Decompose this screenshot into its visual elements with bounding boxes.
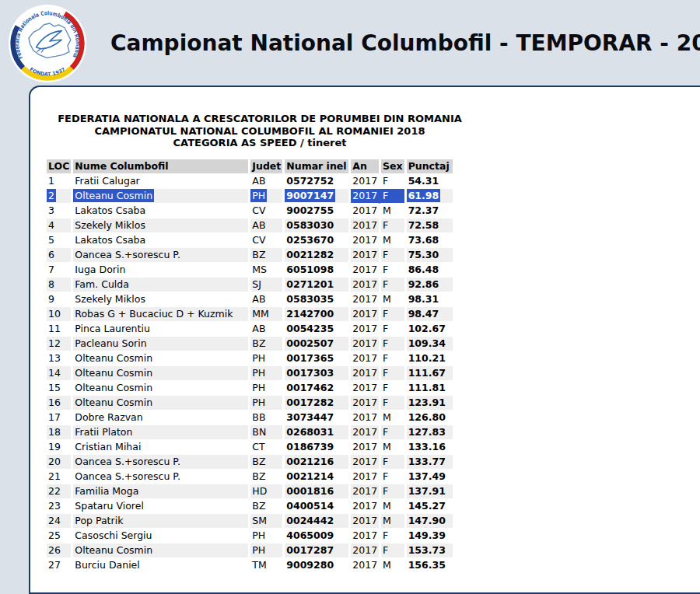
content-panel: FEDERATIA NATIONALA A CRESCATORILOR DE P…	[29, 86, 700, 594]
cell-punctaj: 109.34	[404, 337, 453, 351]
cell-an: 2017	[348, 381, 379, 396]
cell-loc: 15	[47, 381, 71, 396]
cell-name: Olteanu Cosmin	[71, 381, 248, 396]
cell-inel: 0017303	[282, 366, 348, 381]
cell-name: Lakatos Csaba	[71, 233, 248, 248]
cell-inel: 9009280	[282, 558, 348, 573]
cell-an: 2017	[348, 204, 379, 218]
cell-sex: F	[379, 425, 404, 440]
cell-sex: F	[379, 218, 404, 233]
cell-punctaj: 137.49	[404, 470, 453, 484]
cell-name: Fam. Culda	[71, 278, 248, 292]
table-row: 13Olteanu CosminPH00173652017F110.21	[47, 351, 453, 366]
col-header-an: An	[348, 159, 379, 174]
cell-an: 2017	[348, 248, 379, 263]
cell-loc: 27	[47, 558, 71, 573]
cell-loc: 16	[47, 396, 71, 411]
cell-name: Familia Moga	[71, 484, 248, 499]
cell-name: Pinca Laurentiu	[71, 322, 248, 337]
cell-inel: 0002507	[282, 337, 348, 351]
cell-loc: 11	[47, 322, 71, 337]
cell-loc: 13	[47, 351, 71, 366]
selection-highlight: 2	[47, 189, 56, 202]
table-row: 2Olteanu CosminPH90071472017F61.98	[47, 189, 453, 204]
cell-name: Lakatos Csaba	[71, 204, 248, 218]
cell-inel: 0021216	[282, 455, 348, 470]
cell-an: 2017	[348, 233, 379, 248]
cell-an: 2017	[348, 322, 379, 337]
cell-name: Robas G + Bucaciuc D + Kuzmik	[71, 307, 248, 322]
cell-name: Pacleanu Sorin	[71, 337, 248, 351]
results-table: LOC Nume Columbofil Judet Numar inel An …	[47, 159, 453, 573]
cell-judet: BZ	[248, 455, 282, 470]
cell-an: 2017	[348, 558, 379, 573]
cell-an: 2017	[348, 470, 379, 484]
cell-punctaj: 111.81	[404, 381, 453, 396]
table-row: 23Spataru ViorelBZ04005142017M145.27	[47, 499, 453, 514]
cell-punctaj: 110.21	[404, 351, 453, 366]
col-header-judet: Judet	[248, 159, 282, 174]
cell-an: 2017	[348, 529, 379, 543]
cell-loc: 20	[47, 455, 71, 470]
cell-an: 2017	[348, 337, 379, 351]
table-row: 8Fam. CuldaSJ02712012017F92.86	[47, 278, 453, 292]
cell-name: Cristian Mihai	[71, 440, 248, 455]
cell-judet: BN	[248, 425, 282, 440]
cell-judet: CT	[248, 440, 282, 455]
cell-judet: PH	[248, 351, 282, 366]
cell-an: 2017	[348, 484, 379, 499]
cell-judet: HD	[248, 484, 282, 499]
cell-judet: CV	[248, 233, 282, 248]
cell-judet: AB	[248, 174, 282, 189]
cell-inel: 0572752	[282, 174, 348, 189]
heading-championship: CAMPIONATUL NATIONAL COLUMBOFIL AL ROMAN…	[47, 125, 473, 138]
cell-judet: PH	[248, 396, 282, 411]
cell-name: Dobre Razvan	[71, 411, 248, 425]
cell-sex: M	[379, 440, 404, 455]
cell-inel: 9007147	[282, 189, 348, 204]
table-row: 10Robas G + Bucaciuc D + KuzmikMM2142700…	[47, 307, 453, 322]
cell-punctaj: 73.68	[404, 233, 453, 248]
cell-inel: 3073447	[282, 411, 348, 425]
table-row: 22Familia MogaHD00018162017F137.91	[47, 484, 453, 499]
cell-sex: M	[379, 204, 404, 218]
table-row: 25Casoschi SergiuPH40650092017F149.39	[47, 529, 453, 543]
table-row: 16Olteanu CosminPH00172822017F123.91	[47, 396, 453, 411]
header-row: LOC Nume Columbofil Judet Numar inel An …	[47, 159, 453, 174]
cell-judet: TM	[248, 558, 282, 573]
cell-an: 2017	[348, 440, 379, 455]
cell-judet: BB	[248, 411, 282, 425]
cell-sex: F	[379, 543, 404, 558]
federation-logo-icon: Federatia Nationala Columbofila din Roma…	[6, 2, 89, 85]
cell-an: 2017	[348, 455, 379, 470]
col-header-sex: Sex	[379, 159, 404, 174]
cell-sex: F	[379, 189, 404, 204]
cell-inel: 0017282	[282, 396, 348, 411]
table-row: 6Oancea S.+sorescu P.BZ00212822017F75.30	[47, 248, 453, 263]
cell-an: 2017	[348, 263, 379, 278]
cell-loc: 18	[47, 425, 71, 440]
cell-punctaj: 153.73	[404, 543, 453, 558]
selection-highlight: Olteanu Cosmin	[73, 189, 154, 202]
cell-judet: PH	[248, 366, 282, 381]
cell-loc: 7	[47, 263, 71, 278]
cell-inel: 0253670	[282, 233, 348, 248]
cell-an: 2017	[348, 278, 379, 292]
cell-punctaj: 102.67	[404, 322, 453, 337]
cell-inel: 0024442	[282, 514, 348, 529]
site-header: Federatia Nationala Columbofila din Roma…	[0, 0, 700, 86]
cell-punctaj: 126.80	[404, 411, 453, 425]
cell-sex: F	[379, 455, 404, 470]
cell-judet: MM	[248, 307, 282, 322]
cell-punctaj: 98.31	[404, 292, 453, 307]
cell-loc: 22	[47, 484, 71, 499]
cell-punctaj: 133.77	[404, 455, 453, 470]
cell-judet: PH	[248, 543, 282, 558]
cell-loc: 1	[47, 174, 71, 189]
cell-sex: F	[379, 381, 404, 396]
cell-inel: 0583030	[282, 218, 348, 233]
table-row: 17Dobre RazvanBB30734472017M126.80	[47, 411, 453, 425]
selection-highlight: 9007147	[285, 189, 335, 202]
cell-name: Pop Patrik	[71, 514, 248, 529]
cell-an: 2017	[348, 514, 379, 529]
